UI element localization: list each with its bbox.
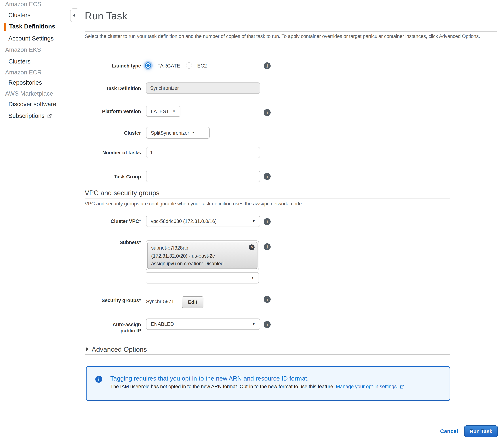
cluster-vpc-label: Cluster VPC* [97,218,141,224]
advanced-options-heading[interactable]: Advanced Options [92,345,147,354]
auto-assign-public-ip-value: ENABLED [151,321,174,327]
sidebar-item-account-settings[interactable]: Account Settings [8,35,54,42]
subnet-chip-line1: subnet-e7f328ab [151,244,253,252]
footer-divider [85,418,497,418]
radio-ec2[interactable] [186,62,192,69]
vpc-section-heading: VPC and security groups [85,189,159,197]
external-link-icon [399,384,404,389]
external-link-icon [47,113,52,120]
sidebar-item-task-definitions[interactable]: Task Definitions [9,23,55,30]
cluster-value: SplitSynchronizer [151,130,189,136]
task-definition-input [146,82,260,94]
banner-info-icon: i [95,376,102,383]
chevron-down-icon: ▼ [252,220,255,223]
platform-version-info-icon[interactable]: i [264,109,271,116]
page-intro-text: Select the cluster to run your task defi… [85,32,497,41]
subnet-remove-icon[interactable]: ✕ [249,245,255,250]
sidebar-collapse-button[interactable] [70,8,77,22]
chevron-down-icon: ▼ [173,110,176,113]
number-of-tasks-label: Number of tasks [97,150,141,156]
sidebar: Amazon ECS Clusters Task Definitions Acc… [0,0,77,440]
auto-assign-public-ip-label: Auto-assign public IP [97,321,141,334]
tagging-info-banner [86,366,450,401]
vpc-section-description: VPC and security groups are configurable… [85,201,303,206]
auto-assign-public-ip-select[interactable]: ENABLED▼ [146,318,260,330]
task-group-label: Task Group [97,174,141,180]
radio-fargate-label[interactable]: FARGATE [158,63,180,69]
banner-link-label: Manage your opt-in settings. [336,384,398,389]
sidebar-item-repositories[interactable]: Repositories [8,79,42,86]
cluster-vpc-info-icon[interactable]: i [264,218,271,225]
collapse-left-arrow-icon [73,14,75,17]
platform-version-value: LATEST [151,109,169,114]
banner-body: The IAM user/role has not opted in to th… [110,384,404,389]
chevron-down-icon: ▼ [251,276,254,279]
chevron-down-icon: ▼ [192,131,195,134]
advanced-options-expand-icon[interactable] [86,347,89,351]
number-of-tasks-input[interactable] [146,147,260,158]
cluster-vpc-value: vpc-58d4c630 (172.31.0.0/16) [151,219,216,224]
run-task-button[interactable]: Run Task [464,426,498,437]
sidebar-item-discover-software[interactable]: Discover software [8,101,56,108]
title-divider [85,31,497,32]
subnets-label: Subnets* [97,239,141,246]
advanced-options-divider [85,354,450,355]
banner-heading: Tagging requires that you opt in to the … [110,375,309,382]
platform-version-select[interactable]: LATEST▼ [146,106,180,117]
platform-version-label: Platform version [97,108,141,115]
subnets-info-icon[interactable]: i [264,243,271,250]
security-groups-label: Security groups* [97,297,141,303]
cluster-label: Cluster [97,130,141,136]
cancel-button[interactable]: Cancel [440,428,458,434]
cluster-vpc-select[interactable]: vpc-58d4c630 (172.31.0.0/16)▼ [146,216,260,227]
sidebar-header-marketplace: AWS Marketplace [5,90,53,97]
subnet-chip: subnet-e7f328ab (172.31.32.0/20) - us-ea… [147,242,258,269]
subnet-chip-line2: (172.31.32.0/20) - us-east-2c [151,252,253,260]
chevron-down-icon: ▼ [252,323,255,326]
radio-ec2-label[interactable]: EC2 [197,63,207,69]
subnets-add-select[interactable]: ▼ [146,272,259,284]
task-definition-label: Task Definition [97,85,141,92]
subnets-selected-list: subnet-e7f328ab (172.31.32.0/20) - us-ea… [146,240,259,270]
page: Amazon ECS Clusters Task Definitions Acc… [0,0,504,440]
subscriptions-label: Subscriptions [8,112,44,119]
sidebar-header-ecs: Amazon ECS [5,1,41,8]
radio-fargate-dot [146,64,150,67]
sidebar-header-ecr: Amazon ECR [5,69,42,76]
launch-type-info-icon[interactable]: i [264,62,271,69]
launch-type-label: Launch type [97,63,141,69]
cluster-select[interactable]: SplitSynchronizer▼ [146,127,210,139]
vpc-section-divider [85,198,450,198]
task-group-info-icon[interactable]: i [264,173,271,180]
sidebar-item-subscriptions[interactable]: Subscriptions [8,112,52,120]
active-item-accent-bar [4,23,6,31]
security-groups-info-icon[interactable]: i [264,296,271,303]
sidebar-item-ecs-clusters[interactable]: Clusters [8,12,30,19]
page-title: Run Task [85,10,127,22]
edit-security-groups-button[interactable]: Edit [182,296,203,308]
security-groups-value: Synchr-5971 [146,299,174,304]
subnet-chip-line3: assign ipv6 on creation: Disabled [151,260,253,268]
manage-opt-in-settings-link[interactable]: Manage your opt-in settings. [336,384,404,389]
radio-fargate[interactable] [145,62,151,69]
banner-body-text: The IAM user/role has not opted in to th… [110,384,334,389]
sidebar-item-eks-clusters[interactable]: Clusters [8,58,30,65]
task-group-input[interactable] [146,171,260,182]
auto-assign-public-ip-info-icon[interactable]: i [264,321,271,328]
sidebar-header-eks: Amazon EKS [5,46,41,53]
